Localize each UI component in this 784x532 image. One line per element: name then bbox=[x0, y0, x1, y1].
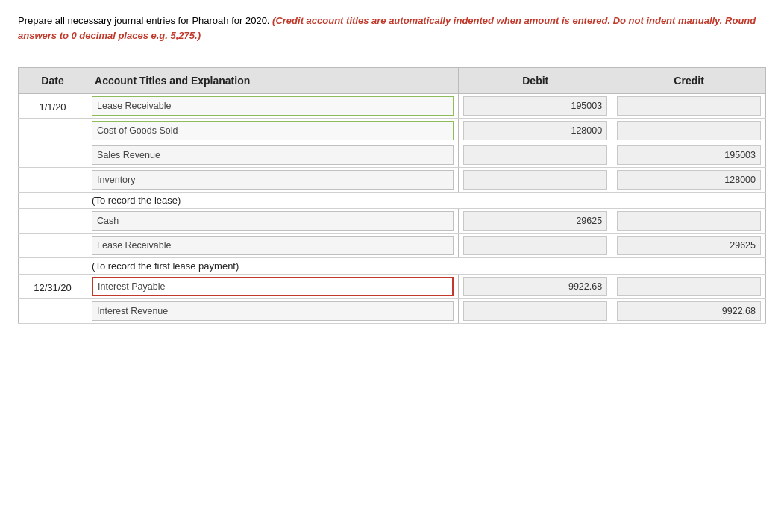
table-row bbox=[19, 299, 766, 324]
credit-input[interactable] bbox=[617, 301, 761, 321]
account-cell bbox=[87, 143, 459, 168]
instructions: Prepare all necessary journal entries fo… bbox=[18, 13, 766, 43]
instruction-prefix: Prepare all necessary journal entries fo… bbox=[18, 15, 269, 26]
account-cell bbox=[87, 234, 459, 258]
debit-cell bbox=[459, 209, 612, 234]
credit-input[interactable] bbox=[617, 96, 761, 116]
table-row bbox=[19, 119, 766, 143]
date-cell bbox=[19, 234, 87, 258]
debit-cell bbox=[459, 119, 612, 143]
debit-input[interactable] bbox=[463, 170, 607, 190]
header-debit: Debit bbox=[459, 68, 612, 94]
journal-table: Date Account Titles and Explanation Debi… bbox=[18, 67, 766, 324]
date-cell bbox=[19, 143, 87, 168]
date-cell: 12/31/20 bbox=[19, 275, 87, 299]
date-cell bbox=[19, 209, 87, 234]
account-input[interactable] bbox=[92, 301, 454, 321]
debit-input[interactable] bbox=[463, 145, 607, 165]
header-date: Date bbox=[19, 68, 87, 94]
debit-input[interactable] bbox=[463, 301, 607, 321]
debit-input[interactable] bbox=[463, 277, 607, 296]
note-row: (To record the first lease payment) bbox=[19, 258, 766, 275]
credit-cell bbox=[612, 94, 766, 119]
credit-cell bbox=[612, 119, 766, 143]
debit-input[interactable] bbox=[463, 211, 607, 231]
account-input[interactable] bbox=[92, 121, 454, 140]
account-cell bbox=[87, 94, 459, 119]
debit-input[interactable] bbox=[463, 121, 607, 140]
note-text: (To record the lease) bbox=[87, 193, 766, 209]
date-cell bbox=[19, 168, 87, 193]
credit-input[interactable] bbox=[617, 236, 761, 255]
table-row bbox=[19, 234, 766, 258]
date-cell bbox=[19, 119, 87, 143]
header-credit: Credit bbox=[612, 68, 766, 94]
credit-cell bbox=[612, 299, 766, 324]
credit-input[interactable] bbox=[617, 121, 761, 140]
table-row bbox=[19, 209, 766, 234]
account-input[interactable] bbox=[92, 211, 454, 231]
account-cell bbox=[87, 299, 459, 324]
credit-cell bbox=[612, 234, 766, 258]
date-cell: 1/1/20 bbox=[19, 94, 87, 119]
table-row bbox=[19, 168, 766, 193]
account-cell bbox=[87, 119, 459, 143]
header-account: Account Titles and Explanation bbox=[87, 68, 459, 94]
debit-input[interactable] bbox=[463, 96, 607, 116]
note-date-blank bbox=[19, 258, 87, 275]
table-header-row: Date Account Titles and Explanation Debi… bbox=[19, 68, 766, 94]
account-cell bbox=[87, 275, 459, 299]
credit-input[interactable] bbox=[617, 211, 761, 231]
account-cell bbox=[87, 209, 459, 234]
debit-cell bbox=[459, 168, 612, 193]
credit-cell bbox=[612, 143, 766, 168]
table-row: 12/31/20 bbox=[19, 275, 766, 299]
note-text: (To record the first lease payment) bbox=[87, 258, 766, 275]
account-input[interactable] bbox=[92, 236, 454, 255]
account-input[interactable] bbox=[92, 170, 454, 190]
debit-cell bbox=[459, 94, 612, 119]
debit-cell bbox=[459, 299, 612, 324]
account-input[interactable] bbox=[92, 96, 454, 116]
table-row: 1/1/20 bbox=[19, 94, 766, 119]
debit-cell bbox=[459, 234, 612, 258]
credit-input[interactable] bbox=[617, 145, 761, 165]
credit-cell bbox=[612, 168, 766, 193]
credit-input[interactable] bbox=[617, 277, 761, 296]
credit-cell bbox=[612, 275, 766, 299]
account-input[interactable] bbox=[92, 145, 454, 165]
table-row bbox=[19, 143, 766, 168]
debit-cell bbox=[459, 143, 612, 168]
account-cell bbox=[87, 168, 459, 193]
note-row: (To record the lease) bbox=[19, 193, 766, 209]
credit-input[interactable] bbox=[617, 170, 761, 190]
note-date-blank bbox=[19, 193, 87, 209]
date-cell bbox=[19, 299, 87, 324]
debit-input[interactable] bbox=[463, 236, 607, 255]
debit-cell bbox=[459, 275, 612, 299]
account-input[interactable] bbox=[92, 277, 454, 296]
credit-cell bbox=[612, 209, 766, 234]
